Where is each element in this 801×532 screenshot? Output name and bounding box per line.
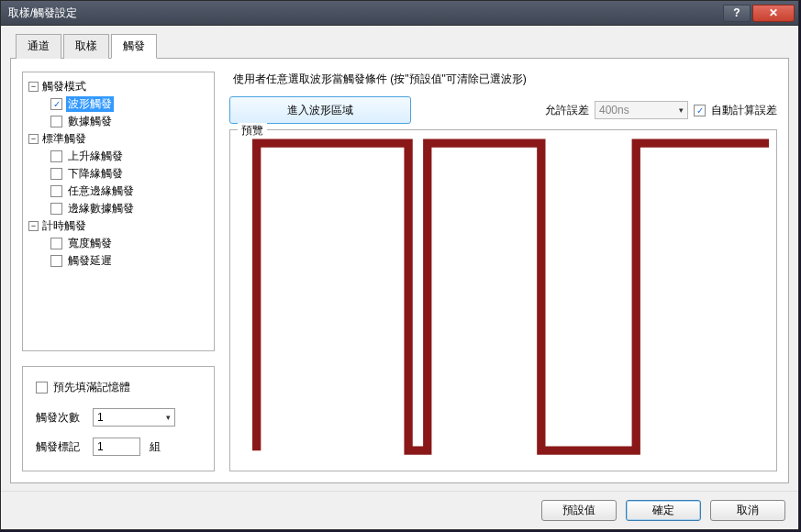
tree-item-falling-edge[interactable]: 下降緣觸發 [50, 165, 210, 183]
expand-icon[interactable]: − [28, 134, 39, 144]
auto-calc-label: 自動計算誤差 [711, 103, 777, 118]
prefill-label: 預先填滿記憶體 [53, 380, 130, 395]
auto-calc-checkbox[interactable]: ✓ [694, 105, 706, 116]
dialog-window: 取樣/觸發設定 ? ✕ 通道 取樣 觸發 − 觸發模式 [0, 0, 799, 530]
tree-item-rising-edge[interactable]: 上升緣觸發 [50, 148, 210, 165]
content-area: 通道 取樣 觸發 − 觸發模式 ✓ 波形觸發 [1, 26, 798, 491]
checkbox-icon[interactable] [50, 185, 62, 197]
tree-group-label: 計時觸發 [42, 218, 86, 234]
expand-icon[interactable]: − [28, 221, 39, 231]
expand-icon[interactable]: − [28, 82, 39, 92]
tree-group-label: 標準觸發 [42, 131, 86, 147]
tree-item-data-trigger[interactable]: 數據觸發 [50, 113, 210, 130]
trigger-mark-suffix: 組 [150, 439, 161, 455]
trigger-count-label: 觸發次數 [36, 410, 83, 426]
close-button[interactable]: ✕ [752, 5, 795, 22]
checkbox-icon[interactable] [50, 203, 62, 215]
instruction-text: 使用者任意選取波形當觸發條件 (按"預設值"可清除已選波形) [229, 72, 777, 87]
tabstrip: 通道 取樣 觸發 [10, 33, 789, 59]
waveform-preview: 預覽 [229, 129, 777, 471]
tree-group-label: 觸發模式 [42, 79, 86, 94]
checkbox-icon[interactable] [50, 168, 62, 180]
window-title: 取樣/觸發設定 [8, 6, 723, 21]
checkbox-icon[interactable] [50, 116, 62, 127]
ok-button[interactable]: 確定 [626, 500, 701, 521]
checkbox-icon[interactable]: ✓ [50, 98, 62, 110]
titlebar: 取樣/觸發設定 ? ✕ [1, 1, 798, 26]
trigger-mark-input[interactable] [93, 438, 140, 456]
tolerance-select[interactable]: 400ns ▾ [595, 101, 688, 119]
trigger-tree[interactable]: − 觸發模式 ✓ 波形觸發 數據觸發 [22, 72, 215, 351]
tab-sample[interactable]: 取樣 [63, 34, 109, 59]
tab-trigger[interactable]: 觸發 [111, 34, 157, 59]
checkbox-icon[interactable] [50, 150, 62, 162]
right-column: 使用者任意選取波形當觸發條件 (按"預設值"可清除已選波形) 進入波形區域 允許… [229, 72, 777, 471]
chevron-down-icon: ▾ [166, 413, 171, 422]
cancel-button[interactable]: 取消 [710, 500, 785, 521]
tree-item-any-edge[interactable]: 任意邊緣觸發 [50, 183, 210, 200]
waveform-graphic [238, 138, 769, 460]
trigger-mark-label: 觸發標記 [36, 439, 83, 455]
tree-item-edge-data[interactable]: 邊緣數據觸發 [50, 200, 210, 217]
left-column: − 觸發模式 ✓ 波形觸發 數據觸發 [22, 72, 215, 471]
trigger-options: 預先填滿記憶體 觸發次數 1 ▾ 觸發標記 組 [22, 366, 215, 471]
tree-item-delay[interactable]: 觸發延遲 [50, 252, 210, 270]
preview-label: 預覽 [238, 123, 267, 139]
dialog-footer: 預設值 確定 取消 [1, 491, 798, 529]
help-button[interactable]: ? [723, 5, 751, 22]
chevron-down-icon: ▾ [679, 105, 684, 115]
default-button[interactable]: 預設值 [541, 500, 617, 521]
trigger-count-select[interactable]: 1 ▾ [93, 408, 175, 427]
tree-item-width[interactable]: 寬度觸發 [50, 235, 210, 252]
prefill-checkbox[interactable] [36, 382, 48, 393]
tab-channel[interactable]: 通道 [16, 34, 61, 59]
enter-waveform-button[interactable]: 進入波形區域 [229, 96, 411, 124]
checkbox-icon[interactable] [50, 238, 62, 249]
checkbox-icon[interactable] [50, 255, 62, 267]
tab-panel: − 觸發模式 ✓ 波形觸發 數據觸發 [10, 59, 789, 483]
tolerance-label: 允許誤差 [545, 103, 589, 118]
tree-item-waveform-trigger[interactable]: ✓ 波形觸發 [50, 95, 210, 113]
